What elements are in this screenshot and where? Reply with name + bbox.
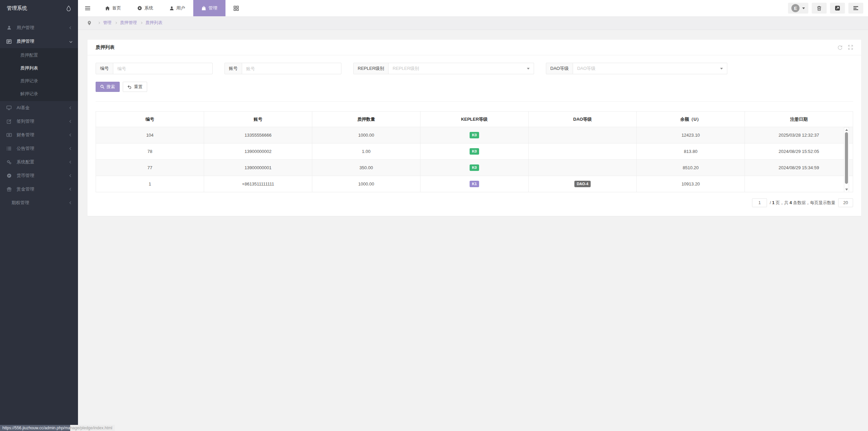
chevron-left-icon (70, 120, 72, 123)
topbar-right: E (788, 0, 868, 16)
cell-date: 2024/08/29 15:34:59 (745, 160, 853, 176)
chevron-down-icon (802, 7, 805, 9)
pagination-label: 页，共 (776, 200, 789, 205)
sidebar-item-option-mgmt[interactable]: 期权管理 (0, 196, 78, 210)
id-input[interactable] (113, 63, 212, 74)
chevron-left-icon (70, 174, 72, 177)
sidebar-item-label: 货币管理 (17, 173, 34, 179)
nav-tab-label: 系统 (144, 5, 153, 11)
gift-icon (6, 187, 12, 192)
reset-button[interactable]: 重置 (123, 82, 147, 92)
sidebar-item-ai-fund[interactable]: AI基金 (0, 101, 78, 115)
search-button[interactable]: 搜索 (96, 82, 120, 92)
chevron-left-icon (70, 106, 72, 109)
sidebar-item-announcement-mgmt[interactable]: 公告管理 (0, 142, 78, 155)
filter-account: 账号 (224, 63, 341, 74)
bag-icon (201, 6, 206, 11)
nav-tab-system[interactable]: 系统 (129, 0, 161, 16)
filter-account-label: 账号 (225, 63, 242, 74)
cell-account: 13900000001 (204, 160, 312, 176)
chevron-down-icon (527, 68, 530, 70)
open-external-button[interactable] (830, 3, 845, 14)
table-row: 104 13355556666 1000.00 K0 12423.10 2025… (96, 127, 853, 143)
kepler-badge: K1 (470, 181, 479, 187)
filter-id: 编号 (96, 63, 213, 74)
page-input[interactable] (752, 198, 767, 207)
sidebar-subitem-pledge-config[interactable]: 质押配置 (0, 49, 78, 62)
nav-tab-home[interactable]: 首页 (97, 0, 129, 16)
trash-icon (817, 6, 822, 11)
repler-select[interactable]: REPLER级别 (389, 63, 534, 74)
cell-dao (529, 143, 637, 160)
pages-count: 1 (772, 200, 774, 205)
sidebar-item-label: 签到管理 (17, 118, 34, 124)
cell-kepler: K0 (420, 143, 529, 160)
sidebar-subitem-pledge-records[interactable]: 质押记录 (0, 75, 78, 87)
sidebar-item-label: 财务管理 (17, 132, 34, 138)
nav-tab-manage[interactable]: 管理 (193, 0, 225, 16)
breadcrumb-link-manage[interactable]: 管理 (103, 20, 112, 26)
nav-tab-user[interactable]: 用户 (161, 0, 193, 16)
dao-select[interactable]: DAO等级 (573, 63, 727, 74)
sidebar-item-currency-mgmt[interactable]: P 货币管理 (0, 169, 78, 182)
col-kepler: KEPLER等级 (420, 112, 529, 127)
filter-repler-label: REPLER级别 (354, 63, 389, 74)
page-size-input[interactable] (838, 198, 853, 207)
app-title: 管理系统 (7, 5, 27, 12)
sidebar-subitem-unpledge-records[interactable]: 解押记录 (0, 87, 78, 100)
pagination: / 1 页，共 4 条数据，每页显示数量 (96, 198, 853, 207)
sidebar-item-finance-mgmt[interactable]: 财务管理 (0, 128, 78, 142)
scroll-up-arrow[interactable] (845, 129, 848, 131)
sidebar-item-pledge-mgmt[interactable]: 质押管理 (0, 35, 78, 48)
sidebar-item-label: 用户管理 (17, 25, 34, 31)
sidebar-item-user-mgmt[interactable]: 用户管理 (0, 21, 78, 35)
status-url-dark-part: https://556.jiuzhouw.cc/admin.php/ma (0, 425, 70, 431)
card-body: 编号 账号 REPLER级别 REPLER级别 DAO等级 (87, 55, 861, 216)
scroll-down-arrow[interactable] (845, 189, 848, 191)
scrollbar-thumb[interactable] (845, 132, 848, 184)
undo-icon (127, 85, 132, 89)
dao-select-placeholder: DAO等级 (577, 65, 595, 72)
sidebar-menu: 用户管理 质押管理 质押配置 质押列表 质押记录 解押记录 AI基金 (0, 16, 78, 210)
table-scrollbar[interactable] (844, 127, 849, 192)
panel-list-button[interactable] (848, 3, 863, 14)
cell-amount: 350.00 (312, 160, 420, 176)
sidebar: 管理系统 用户管理 质押管理 质押配置 质押列表 质押记录 解押记录 (0, 0, 78, 431)
chevron-left-icon (70, 161, 72, 163)
cell-amount: 1000.00 (312, 127, 420, 143)
status-url-light-part: nage/pledge/index.html (70, 425, 115, 431)
pagination-text: / 1 页，共 4 条数据，每页显示数量 (770, 200, 835, 206)
refresh-icon[interactable] (837, 45, 843, 50)
droplet-icon[interactable] (66, 5, 71, 11)
pledge-submenu: 质押配置 质押列表 质押记录 解押记录 (0, 48, 78, 101)
sidebar-item-label: 质押管理 (17, 38, 34, 44)
cell-dao (529, 127, 637, 143)
svg-text:P: P (8, 174, 10, 177)
hamburger-icon[interactable] (78, 0, 97, 16)
apps-grid-icon[interactable] (225, 0, 247, 16)
menu-lines-icon (853, 6, 859, 10)
breadcrumb-link-pledge-mgmt[interactable]: 质押管理 (120, 20, 137, 26)
trash-button[interactable] (812, 3, 827, 14)
nav-tab-label: 首页 (112, 5, 121, 11)
pencil-square-icon (6, 119, 12, 124)
sidebar-item-label: AI基金 (17, 105, 29, 111)
sidebar-item-system-config[interactable]: 系统配置 (0, 155, 78, 169)
cell-date (745, 176, 853, 192)
filter-dao: DAO等级 DAO等级 (546, 63, 727, 74)
monitor-icon (6, 105, 12, 110)
account-input[interactable] (242, 63, 341, 74)
nav-tab-label: 用户 (176, 5, 185, 11)
p-circle-icon: P (6, 173, 12, 178)
cell-id: 104 (96, 127, 204, 143)
fullscreen-icon[interactable] (848, 45, 853, 50)
chevron-left-icon (70, 26, 72, 29)
sidebar-item-label: 期权管理 (12, 200, 29, 206)
table-row: 1 +8613511111111 1000.00 K1 DAO-4 10913.… (96, 176, 853, 192)
sidebar-item-bounty-mgmt[interactable]: 赏金管理 (0, 182, 78, 196)
sidebar-item-signin-mgmt[interactable]: 签到管理 (0, 115, 78, 128)
card-header: 质押列表 (87, 40, 861, 55)
sidebar-subitem-pledge-list[interactable]: 质押列表 (0, 62, 78, 75)
banknote-icon (6, 133, 12, 137)
user-menu-button[interactable]: E (788, 3, 808, 14)
